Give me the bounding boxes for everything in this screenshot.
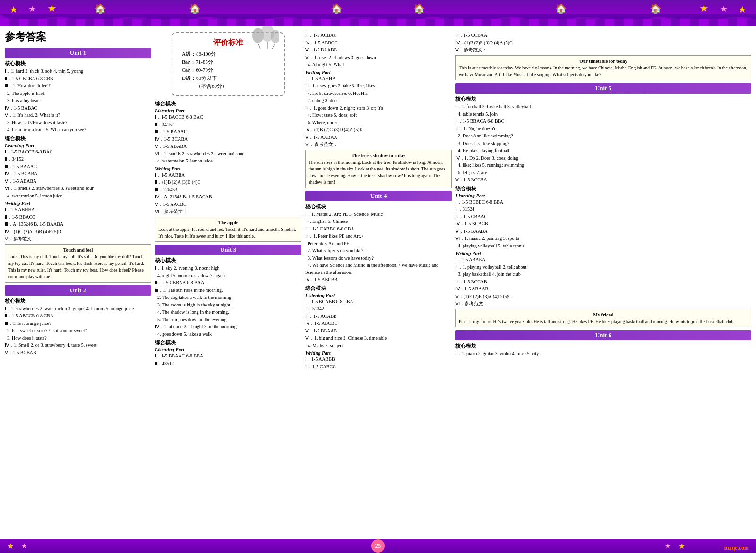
unit6-header: Unit 6 bbox=[455, 330, 751, 340]
rating-c: C级：60-70分 bbox=[182, 67, 275, 74]
timetable-essay: Our timetable for today This is our time… bbox=[455, 55, 751, 81]
watermark: mxqe.com bbox=[724, 544, 749, 552]
bottom-banner: 25 mxqe.com ★ ★ ★ ★ bbox=[0, 539, 756, 553]
balloon-decoration bbox=[251, 26, 279, 51]
unit3-writing-content: Ⅰ．1-5 AAHHA Ⅱ．1. rises; goes 2. take 3. … bbox=[305, 76, 452, 148]
unit4-listening-content: Ⅰ．1-5 BCABB 6-8 CBA Ⅱ．51342 Ⅲ．1-5 ACABB … bbox=[305, 298, 452, 349]
unit1-composite-title: 综合模块 bbox=[5, 135, 151, 142]
unit5-core-content: Ⅰ．1. football 2. basketball 3. volleybal… bbox=[455, 103, 751, 184]
star-icon5: ★ bbox=[720, 4, 728, 14]
rating-d-note: （不含60分） bbox=[182, 83, 275, 90]
rating-a: A级：86-100分 bbox=[182, 51, 275, 58]
star-icon: ★ bbox=[9, 4, 18, 15]
svg-line-5 bbox=[272, 43, 275, 49]
house-icon5: 🏠 bbox=[331, 3, 343, 14]
rating-b: B级：71-85分 bbox=[182, 59, 275, 66]
composite-writing-title: Writing Part bbox=[155, 166, 301, 171]
unit3-col4-content: Ⅲ．1-5 CCBAA Ⅳ．(1)B (2)E (3)D (4)A (5)C Ⅴ… bbox=[455, 32, 751, 54]
unit1-listening-content: Ⅰ．1-5 BACCB 6-8 BAC Ⅱ．34152 Ⅲ．1-5 BAAAC … bbox=[5, 149, 151, 200]
unit4-listening-title: Listening Part bbox=[305, 293, 452, 298]
column-center-left: 评价标准 A级：86-100分 B级：71-85分 C级：60-70分 D级：6… bbox=[155, 30, 301, 535]
unit2-core-title: 核心模块 bbox=[5, 298, 151, 305]
rating-standard-area: 评价标准 A级：86-100分 B级：71-85分 C级：60-70分 D级：6… bbox=[155, 32, 301, 96]
unit4-core-title: 核心模块 bbox=[305, 203, 452, 210]
column-left: 参考答案 Unit 1 核心模块 Ⅰ．1. hard 2. thick 3. s… bbox=[5, 30, 151, 535]
unit1-header: Unit 1 bbox=[5, 48, 151, 58]
composite-listening-title: Listening Part bbox=[155, 108, 301, 113]
unit1-core-content: Ⅰ．1. hard 2. thick 3. soft 4. thin 5. yo… bbox=[5, 68, 151, 134]
star-icon3: ★ bbox=[47, 2, 57, 15]
house-icon6: 🏠 bbox=[413, 3, 425, 14]
unit4-header: Unit 4 bbox=[305, 191, 452, 201]
page-title: 参考答案 bbox=[5, 30, 151, 44]
unit4-writing-title: Writing Part bbox=[305, 350, 452, 356]
svg-line-3 bbox=[258, 43, 260, 49]
unit3-writing-title: Writing Part bbox=[305, 70, 452, 75]
unit3-listening-continued: Ⅲ．1-5 ACBAC Ⅳ．1-5 ABBCC Ⅴ．1-5 BAABB Ⅵ．1.… bbox=[305, 32, 452, 68]
column-right: Ⅲ．1-5 CCBAA Ⅳ．(1)B (2)E (3)D (4)A (5)C Ⅴ… bbox=[455, 30, 751, 535]
unit5-core-title: 核心模块 bbox=[455, 95, 751, 102]
unit2-header: Unit 2 bbox=[5, 285, 151, 296]
rating-d: D级：60分以下 bbox=[182, 75, 275, 82]
unit6-core-content: Ⅰ．1. piano 2. guitar 3. violin 4. mice 5… bbox=[455, 350, 751, 357]
rating-box: 评价标准 A级：86-100分 B级：71-85分 C级：60-70分 D级：6… bbox=[172, 32, 285, 96]
bottom-star-right: ★ bbox=[679, 542, 685, 551]
composite-listening-content: Ⅰ．1-5 BACCB 6-8 BAC Ⅱ．34152 Ⅲ．1-5 BAAAC … bbox=[155, 114, 301, 165]
star-icon4: ★ bbox=[738, 4, 747, 15]
unit1-writing-title: Writing Part bbox=[5, 201, 151, 206]
column-center-right: Ⅲ．1-5 ACBAC Ⅳ．1-5 ABBCC Ⅴ．1-5 BAABB Ⅵ．1.… bbox=[305, 30, 452, 535]
unit1-listening-title: Listening Part bbox=[5, 143, 151, 148]
unit6-core-title: 核心模块 bbox=[455, 342, 751, 349]
unit5-listening-content: Ⅰ．1-5 BCBBC 6-8 BBA Ⅱ．31524 Ⅲ．1-5 CBAAC … bbox=[455, 199, 751, 250]
unit5-essay: My friend Peter is my friend. He's twelv… bbox=[455, 309, 751, 327]
house-icon3: 🏠 bbox=[189, 3, 201, 14]
house-icon: 🏠 bbox=[94, 3, 106, 14]
unit4-writing-content: Ⅰ．1-5 AABBB Ⅱ．1-5 CABCC bbox=[305, 356, 452, 370]
unit4-composite-title: 综合模块 bbox=[305, 285, 452, 292]
unit3-listening-content: Ⅰ．1-5 BBAAC 6-8 BBA Ⅱ．43512 bbox=[155, 353, 301, 367]
unit3-essay: The tree's shadow in a day The sun rises… bbox=[305, 150, 452, 188]
star-icon6: ★ bbox=[699, 2, 709, 15]
star-icon2: ★ bbox=[28, 4, 36, 14]
bottom-star-left2: ★ bbox=[21, 542, 27, 550]
main-content: 参考答案 Unit 1 核心模块 Ⅰ．1. hard 2. thick 3. s… bbox=[0, 26, 756, 539]
unit3-header: Unit 3 bbox=[155, 245, 301, 255]
unit5-writing-title: Writing Part bbox=[455, 251, 751, 256]
composite-essay: The apple Look at the apple. It's round … bbox=[155, 217, 301, 242]
unit2-core-content: Ⅰ．1. strawberries 2. watermelon 3. grape… bbox=[5, 306, 151, 357]
unit3-composite-title: 综合模块 bbox=[155, 339, 301, 346]
unit3-listening-title: Listening Part bbox=[155, 347, 301, 352]
bottom-star-right2: ★ bbox=[665, 542, 671, 550]
unit5-listening-title: Listening Part bbox=[455, 193, 751, 198]
composite-label: 综合模块 bbox=[155, 100, 301, 107]
unit1-essay: Touch and feel Look! This is my doll. To… bbox=[5, 244, 151, 283]
house-icon2: 🏠 bbox=[650, 3, 662, 14]
house-icon4: 🏠 bbox=[555, 3, 567, 14]
top-banner: ★ ★ ★ ★ ★ ★ 🏠 🏠 🏠 🏠 🏠 🏠 bbox=[0, 0, 756, 26]
unit3-core-title: 核心模块 bbox=[155, 257, 301, 264]
bottom-star-left: ★ bbox=[7, 542, 14, 551]
unit5-composite-title: 综合模块 bbox=[455, 185, 751, 192]
page-number: 25 bbox=[371, 539, 385, 553]
unit1-core-title: 核心模块 bbox=[5, 60, 151, 67]
unit4-core-content: Ⅰ．1. Maths 2. Art; PE 3. Science; Music … bbox=[305, 211, 452, 283]
banner-stripe bbox=[0, 19, 756, 26]
unit5-header: Unit 5 bbox=[455, 83, 751, 94]
unit3-core-content: Ⅰ．1. sky 2. evening 3. noon; high 4. nig… bbox=[155, 265, 301, 338]
unit1-writing-content: Ⅰ．1-5 ABHHA Ⅱ．1-5 BBACC Ⅲ．A. 135246 B. 1… bbox=[5, 206, 151, 243]
unit5-writing-content: Ⅰ．1-5 ABABA Ⅱ．1. playing volleyball 2. t… bbox=[455, 256, 751, 307]
composite-writing-content: Ⅰ．1-5 AABBA Ⅱ．(1)B (2)A (3)D (4)C Ⅲ．1264… bbox=[155, 172, 301, 215]
